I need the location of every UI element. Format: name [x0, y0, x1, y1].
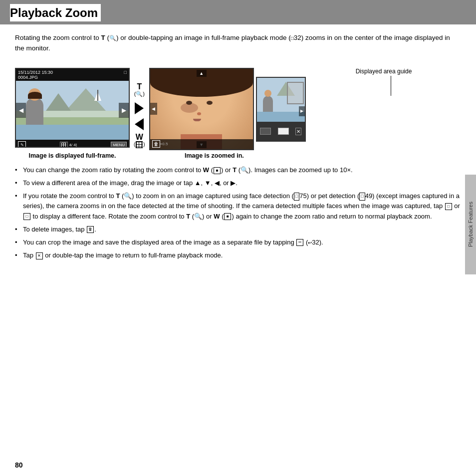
grid-icon-inline: ■	[214, 167, 221, 174]
ref-icon-49: □	[359, 193, 365, 201]
q-subtext: (🔍)	[134, 91, 145, 97]
mini-next-face-btn[interactable]	[278, 128, 289, 135]
displayed-area-guide-label: Displayed area guide	[339, 68, 429, 75]
diagram-section: Displayed area guide 15/11/2012 15:30000…	[15, 68, 461, 159]
nav-left2-arrow[interactable]: ◀	[150, 103, 157, 115]
t-label: T	[137, 83, 142, 91]
ref-icon-75: □	[294, 193, 299, 201]
bullet-5: You can crop the image and save the disp…	[15, 238, 461, 247]
page-number: 80	[15, 461, 23, 469]
bullet-list: You can change the zoom ratio by rotatin…	[15, 165, 461, 260]
bullet-3: If you rotate the zoom control to T (🔍) …	[15, 191, 461, 221]
crop-icon-inline[interactable]: ✂	[296, 239, 303, 246]
mini-highlight-box	[287, 82, 304, 104]
mini-footer: ✕	[257, 122, 305, 141]
zoomed-footer: 🗑 ×0.5	[150, 139, 253, 149]
tw-control: T (🔍) W ()	[134, 68, 145, 148]
arrow-left-icon	[135, 118, 144, 130]
sidebar-tab-label: Playback Features	[468, 202, 474, 247]
diagram-captions: Image is displayed full-frame. Image is …	[15, 152, 461, 159]
arrow-right-icon	[135, 102, 144, 114]
bullet-4: To delete images, tap 🗑.	[15, 225, 461, 235]
trash-icon-inline[interactable]: 🗑	[87, 226, 94, 233]
page-header: Playback Zoom	[0, 0, 476, 24]
nav-right-arrow[interactable]: ▶	[119, 103, 129, 118]
zoomed-main-screen: ▲ ▼ ◀ 🗑 ×0.5	[149, 68, 254, 150]
nav-left-arrow[interactable]: ◀	[16, 103, 26, 118]
edit-icon: ✎	[18, 141, 26, 148]
w-subtext: ()	[134, 141, 145, 148]
face-prev-icon[interactable]: □	[445, 203, 452, 210]
grid-icon	[60, 142, 68, 148]
trash-icon[interactable]: 🗑	[152, 140, 160, 148]
caption-zoomed: Image is zoomed in.	[185, 152, 244, 159]
bullet-2: To view a different area of the image, d…	[15, 178, 461, 188]
screen-header-bar: 15/11/2012 15:300004.JPG □	[16, 69, 129, 81]
area-guide-line	[391, 76, 391, 96]
page-title: Playback Zoom	[10, 4, 101, 21]
w-label: W	[136, 133, 143, 141]
intro-paragraph: Rotating the zoom control to T (🔍) or do…	[15, 32, 461, 54]
mini-close-icon[interactable]: ✕	[295, 128, 301, 135]
diagram-row: 15/11/2012 15:300004.JPG □	[15, 68, 461, 150]
menu-button[interactable]: MENU	[111, 142, 127, 148]
caption-full-frame: Image is displayed full-frame.	[15, 152, 130, 159]
mini-prev-face-btn[interactable]	[260, 128, 271, 135]
main-content: Rotating the zoom control to T (🔍) or do…	[0, 24, 476, 271]
screen-footer-bar: ✎ 4/ 4] MENU	[16, 140, 129, 148]
screen-image-area: ◀ ▶	[16, 81, 129, 140]
sidebar-tab: Playback Features	[465, 175, 476, 274]
full-frame-screen: 15/11/2012 15:300004.JPG □	[15, 68, 130, 148]
grid-icon-w: ■	[224, 213, 231, 220]
face-next-icon[interactable]: □	[23, 213, 30, 220]
close-icon-inline[interactable]: ✕	[36, 252, 43, 259]
bullet-6: Tap ✕ or double-tap the image to return …	[15, 250, 461, 260]
nav-up-arrow[interactable]: ▲	[197, 70, 207, 77]
zoomed-small-screen: □ ✕ ▶	[256, 77, 306, 142]
zoomed-screens-container: ▲ ▼ ◀ 🗑 ×0.5 □ ✕	[149, 68, 306, 150]
mini-nav-right[interactable]: ▶	[299, 106, 305, 116]
bullet-1: You can change the zoom ratio by rotatin…	[15, 165, 461, 175]
